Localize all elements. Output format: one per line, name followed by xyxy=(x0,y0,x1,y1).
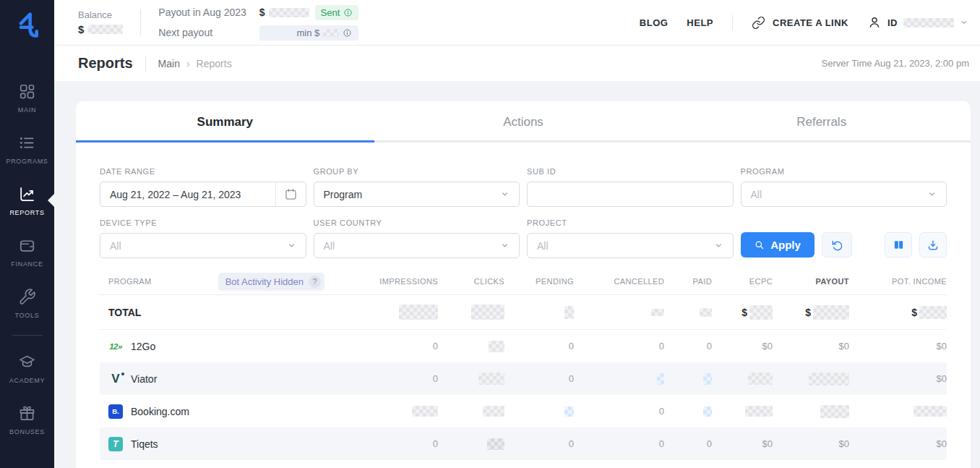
sidebar-item-finance[interactable]: FINANCE xyxy=(0,228,54,276)
cell-value: 0 xyxy=(433,341,438,352)
bonuses-icon xyxy=(18,404,36,422)
filter-program-value: All xyxy=(742,189,928,200)
column-header-cancelled: CANCELLED xyxy=(574,277,664,286)
bot-activity-badge: Bot Activity Hidden? xyxy=(218,273,324,291)
reports-icon xyxy=(18,185,36,203)
value-cell xyxy=(773,405,849,418)
balance-value: $ xyxy=(78,23,123,35)
column-header-ecpc: ECPC xyxy=(712,277,773,286)
apply-button[interactable]: Apply xyxy=(741,232,814,258)
filter-user-country: USER COUNTRYAll xyxy=(314,218,520,258)
calendar-button[interactable] xyxy=(275,182,306,206)
value-cell xyxy=(438,341,504,352)
table-row-tiqets: TTiqets0000$0$0$0 xyxy=(100,427,947,460)
cell-value: $0 xyxy=(937,341,947,352)
export-button[interactable] xyxy=(919,232,947,258)
value-cell: 0 xyxy=(574,438,664,449)
redacted-value xyxy=(564,306,574,319)
value-cell: $0 xyxy=(773,438,849,449)
sent-badge-label: Sent xyxy=(321,7,340,18)
titlebar: Reports Main › Reports Server Time Aug 2… xyxy=(54,45,980,81)
redacted-value xyxy=(487,438,504,450)
redacted-value xyxy=(700,308,712,317)
redacted-value xyxy=(745,406,773,417)
filter-group-by: GROUP BYProgram xyxy=(314,167,520,207)
filter-date-range-field[interactable]: Aug 21, 2022 – Aug 21, 2023 xyxy=(100,182,306,207)
value-cell: $0 xyxy=(849,373,947,384)
main-icon xyxy=(18,82,36,101)
account-menu[interactable]: ID xyxy=(867,15,968,30)
reset-filters-button[interactable] xyxy=(822,232,852,258)
cell-value: $0 xyxy=(839,438,849,449)
value-cell xyxy=(664,407,712,417)
value-cell xyxy=(712,373,773,385)
redacted-value xyxy=(412,406,438,417)
sidebar-item-reports[interactable]: REPORTS xyxy=(0,176,54,224)
sidebar-item-label: TOOLS xyxy=(15,312,40,319)
filter-label: SUB ID xyxy=(527,167,734,176)
redacted-value xyxy=(748,373,773,385)
sidebar-item-programs[interactable]: PROGRAMS xyxy=(0,125,54,173)
cell-value: $0 xyxy=(937,373,947,384)
columns-button[interactable] xyxy=(885,232,912,258)
value-cell: 0 xyxy=(358,373,438,384)
sidebar-item-bonuses[interactable]: BONUSES xyxy=(0,396,54,443)
help-question-icon[interactable]: ? xyxy=(309,276,321,288)
viator-logo: V xyxy=(108,372,123,386)
filter-group-by-field[interactable]: Program xyxy=(314,182,520,207)
sidebar-item-tools[interactable]: TOOLS xyxy=(0,279,54,327)
redacted-value xyxy=(483,406,504,417)
programs-icon xyxy=(18,134,36,152)
table-row-total: TOTAL$$$ xyxy=(100,295,947,330)
value-cell xyxy=(438,438,504,450)
title-divider xyxy=(145,56,146,72)
travelpayouts-logo[interactable] xyxy=(12,9,43,42)
value-cell: 0 xyxy=(574,341,664,352)
currency-symbol: $ xyxy=(742,307,747,318)
apply-label: Apply xyxy=(770,239,801,251)
redacted-value xyxy=(399,305,438,320)
program-name: 12Go xyxy=(131,341,155,352)
redacted-value xyxy=(651,309,664,316)
filter-user-country-field[interactable]: All xyxy=(314,233,520,258)
redacted-value xyxy=(809,373,849,386)
chevron-wrap xyxy=(714,241,733,250)
filter-sub-id-field[interactable] xyxy=(527,182,734,207)
info-icon[interactable] xyxy=(343,28,352,38)
sidebar-item-main[interactable]: MAIN xyxy=(0,74,54,122)
table-row-booking-com: B.Booking.com0 xyxy=(100,395,947,427)
info-icon[interactable] xyxy=(343,8,353,17)
create-link-button[interactable]: CREATE A LINK xyxy=(752,16,848,30)
filter-actions: Apply xyxy=(741,218,947,258)
cell-value: $0 xyxy=(839,341,849,352)
filter-device-type-field[interactable]: All xyxy=(100,233,306,258)
redacted-value xyxy=(657,373,664,385)
filter-sub-id-input[interactable] xyxy=(528,182,733,206)
filter-label: GROUP BY xyxy=(314,167,520,176)
value-cell: $0 xyxy=(712,438,773,449)
account-id-label: ID xyxy=(887,17,898,28)
sidebar-item-label: ACADEMY xyxy=(9,377,45,384)
filter-label: USER COUNTRY xyxy=(314,218,520,227)
currency-symbol: $ xyxy=(259,7,265,18)
value-cell xyxy=(504,407,574,417)
report-table: PROGRAMBot Activity Hidden?IMPRESSIONSCL… xyxy=(100,268,947,460)
create-link-label: CREATE A LINK xyxy=(773,17,848,28)
breadcrumb-main[interactable]: Main xyxy=(158,58,180,69)
cell-value: 0 xyxy=(659,341,664,352)
filter-program-field[interactable]: All xyxy=(741,182,947,207)
tab-referrals[interactable]: Referrals xyxy=(672,101,971,142)
tab-summary[interactable]: Summary xyxy=(76,101,374,142)
help-link[interactable]: HELP xyxy=(687,17,713,28)
filter-project-field[interactable]: All xyxy=(527,233,734,258)
topbar-divider xyxy=(140,9,141,35)
cell-value: 0 xyxy=(433,438,438,449)
blog-link[interactable]: BLOG xyxy=(640,17,669,28)
sidebar-item-academy[interactable]: ACADEMY xyxy=(0,344,54,392)
tab-actions[interactable]: Actions xyxy=(374,101,673,142)
filter-label: DEVICE TYPE xyxy=(100,218,306,227)
column-header-paid: PAID xyxy=(664,277,712,286)
column-header-program: PROGRAMBot Activity Hidden? xyxy=(100,273,358,291)
cell-value: 0 xyxy=(569,438,574,449)
value-cell xyxy=(773,373,849,386)
